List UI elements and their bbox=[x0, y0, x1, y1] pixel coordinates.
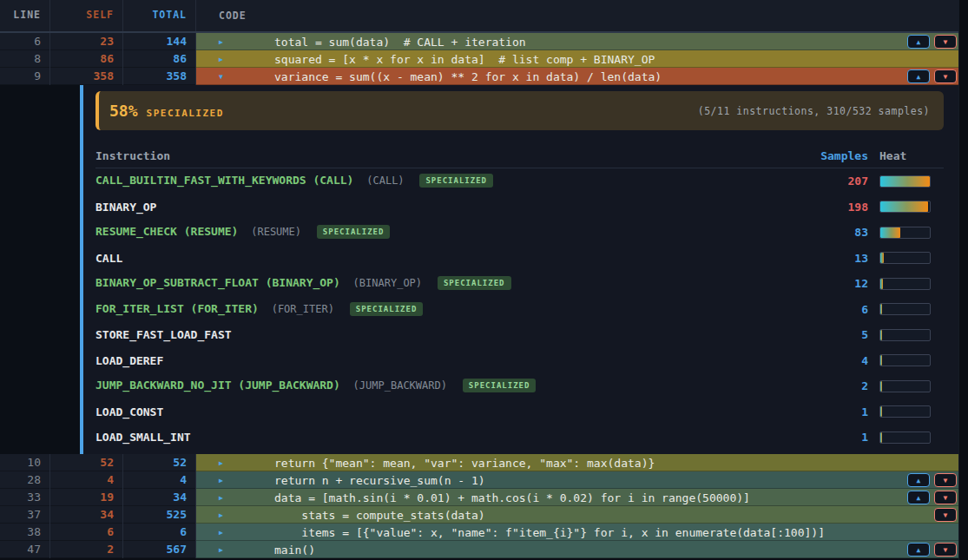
heat-bar-fill bbox=[880, 227, 900, 238]
base-opcode: (FOR_ITER) bbox=[272, 303, 334, 315]
row-nav-buttons: ▲ ▼ bbox=[907, 473, 957, 487]
code-text: total = sum(data) # CALL + iteration bbox=[274, 36, 526, 49]
heat-bar-fill bbox=[880, 381, 882, 392]
base-opcode: (RESUME) bbox=[251, 226, 301, 238]
expand-arrow-icon[interactable]: ▶ bbox=[219, 494, 227, 502]
code-row[interactable]: 10 52 52 ▶ return {"mean": mean, "var": … bbox=[0, 454, 959, 471]
self-samples: 34 bbox=[50, 506, 123, 524]
row-nav-buttons: ▲ ▼ bbox=[907, 543, 957, 557]
heat-bar bbox=[879, 329, 931, 341]
line-number: 37 bbox=[0, 506, 50, 524]
expand-arrow-icon[interactable]: ▶ bbox=[219, 546, 227, 554]
heat-bar bbox=[879, 405, 931, 418]
panel-content: 58% SPECIALIZED (5/11 instructions, 310/… bbox=[83, 85, 959, 454]
specialized-badge: SPECIALIZED bbox=[419, 174, 493, 188]
profiler-app: LINE SELF TOTAL CODE 6 23 144 ▶ total = … bbox=[0, 0, 968, 560]
total-samples: 567 bbox=[123, 541, 196, 558]
jump-down-button[interactable]: ▼ bbox=[934, 508, 957, 522]
column-header-line: LINE bbox=[0, 0, 50, 31]
instruction-row: JUMP_BACKWARD_NO_JIT (JUMP_BACKWARD) (JU… bbox=[95, 373, 944, 399]
scrollbar[interactable] bbox=[958, 0, 968, 560]
heat-bar bbox=[879, 354, 931, 366]
expand-arrow-icon[interactable]: ▶ bbox=[219, 529, 227, 537]
heat-bar bbox=[879, 201, 931, 213]
line-number: 33 bbox=[0, 489, 50, 506]
jump-up-button[interactable]: ▲ bbox=[907, 69, 930, 83]
sample-count: 5 bbox=[861, 328, 868, 341]
expand-arrow-icon[interactable]: ▶ bbox=[219, 38, 227, 46]
jump-down-button[interactable]: ▼ bbox=[934, 491, 957, 504]
total-samples: 86 bbox=[123, 50, 196, 68]
code-row[interactable]: 33 19 34 ▶ data = [math.sin(i * 0.01) + … bbox=[0, 489, 959, 506]
code-row[interactable]: 47 2 567 ▶ main() ▲ ▼ bbox=[0, 541, 959, 558]
specialized-badge: SPECIALIZED bbox=[350, 302, 424, 316]
sample-count: 4 bbox=[861, 354, 868, 367]
expand-arrow-icon[interactable]: ▼ bbox=[219, 73, 227, 81]
self-samples: 23 bbox=[50, 33, 123, 50]
code-row[interactable]: 9 358 358 ▼ variance = sum((x - mean) **… bbox=[0, 68, 959, 85]
total-samples: 4 bbox=[123, 471, 196, 489]
code-row[interactable]: 28 4 4 ▶ return n + recursive_sum(n - 1)… bbox=[0, 471, 959, 489]
instruction-name: BINARY_OP_SUBTRACT_FLOAT (BINARY_OP) bbox=[95, 276, 340, 289]
heat-bar bbox=[879, 278, 931, 290]
sample-count: 198 bbox=[848, 201, 868, 214]
specialized-badge: SPECIALIZED bbox=[317, 225, 391, 239]
heat-bar bbox=[879, 432, 931, 444]
heat-bar-fill bbox=[880, 330, 882, 340]
code-cell: ▶ data = [math.sin(i * 0.01) + math.cos(… bbox=[196, 489, 959, 506]
code-row[interactable]: 37 34 525 ▶ stats = compute_stats(data) … bbox=[0, 506, 959, 524]
jump-up-button[interactable]: ▲ bbox=[907, 543, 930, 557]
instruction-name: LOAD_DEREF bbox=[95, 354, 163, 367]
jump-down-button[interactable]: ▼ bbox=[934, 543, 957, 557]
jump-down-button[interactable]: ▼ bbox=[934, 473, 957, 487]
row-nav-buttons: ▲ ▼ bbox=[907, 491, 957, 504]
column-header-self: SELF bbox=[50, 0, 123, 31]
total-samples: 34 bbox=[123, 489, 196, 506]
code-row[interactable]: 8 86 86 ▶ squared = [x * x for x in data… bbox=[0, 50, 959, 68]
code-cell: ▶ main() ▲ ▼ bbox=[196, 541, 959, 558]
total-samples: 525 bbox=[123, 506, 196, 524]
instruction-row: STORE_FAST_LOAD_FAST 5 bbox=[95, 322, 944, 348]
expand-arrow-icon[interactable]: ▶ bbox=[219, 459, 227, 467]
instruction-row: BINARY_OP 198 bbox=[95, 194, 944, 221]
instruction-row: LOAD_DEREF 4 bbox=[95, 348, 944, 374]
instruction-name: CALL bbox=[95, 252, 122, 265]
expand-arrow-icon[interactable]: ▶ bbox=[219, 511, 227, 519]
jump-up-button[interactable]: ▲ bbox=[907, 473, 930, 487]
base-opcode: (JUMP_BACKWARD) bbox=[353, 379, 447, 392]
sample-count: 83 bbox=[854, 226, 868, 239]
instruction-name: LOAD_CONST bbox=[95, 405, 163, 418]
code-row[interactable]: 6 23 144 ▶ total = sum(data) # CALL + it… bbox=[0, 33, 959, 50]
jump-up-button[interactable]: ▲ bbox=[907, 491, 930, 504]
code-rows-top: 6 23 144 ▶ total = sum(data) # CALL + it… bbox=[0, 33, 959, 85]
code-row[interactable]: 38 6 6 ▶ items = [{"value": x, "name": f… bbox=[0, 524, 959, 541]
heat-bar bbox=[879, 303, 931, 315]
heat-bar bbox=[879, 227, 931, 239]
samples-column-header: Samples bbox=[809, 149, 868, 162]
line-number: 28 bbox=[0, 471, 50, 489]
heat-bar-fill bbox=[880, 406, 882, 417]
jump-down-button[interactable]: ▼ bbox=[934, 69, 957, 83]
row-nav-buttons: ▲ ▼ bbox=[907, 35, 957, 49]
expand-arrow-icon[interactable]: ▶ bbox=[219, 56, 227, 63]
instruction-name: JUMP_BACKWARD_NO_JIT (JUMP_BACKWARD) bbox=[95, 379, 340, 392]
instruction-name: RESUME_CHECK (RESUME) bbox=[95, 225, 238, 238]
specialized-label: SPECIALIZED bbox=[147, 108, 224, 119]
line-number: 38 bbox=[0, 524, 50, 541]
jump-down-button[interactable]: ▼ bbox=[934, 35, 957, 49]
jump-up-button[interactable]: ▲ bbox=[907, 35, 930, 49]
code-cell: ▶ return {"mean": mean, "var": variance,… bbox=[196, 454, 959, 471]
line-detail-panel: 58% SPECIALIZED (5/11 instructions, 310/… bbox=[0, 85, 959, 454]
heat-bar bbox=[879, 380, 931, 392]
expand-arrow-icon[interactable]: ▶ bbox=[219, 477, 227, 484]
heat-bar-fill bbox=[880, 432, 882, 443]
line-number: 8 bbox=[0, 50, 50, 68]
code-cell: ▶ items = [{"value": x, "name": f"item_{… bbox=[196, 524, 959, 541]
code-text: return {"mean": mean, "var": variance, "… bbox=[274, 457, 655, 470]
instruction-name: BINARY_OP bbox=[95, 201, 156, 214]
instruction-row: RESUME_CHECK (RESUME) (RESUME) SPECIALIZ… bbox=[95, 220, 944, 246]
self-samples: 4 bbox=[50, 471, 123, 489]
self-samples: 86 bbox=[50, 50, 123, 68]
instruction-table-header: Instruction Samples Heat bbox=[95, 143, 944, 168]
code-cell: ▶ squared = [x * x for x in data] # list… bbox=[196, 50, 959, 68]
